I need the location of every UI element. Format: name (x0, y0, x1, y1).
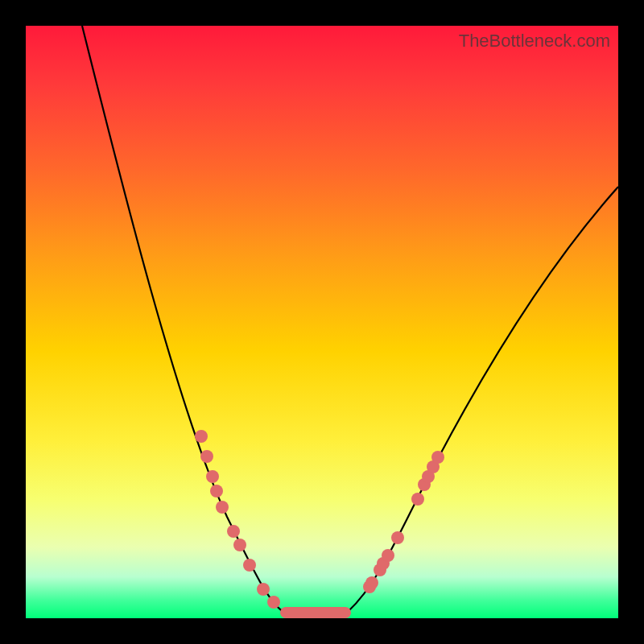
data-point (227, 525, 240, 538)
data-point (267, 596, 280, 609)
curve-right (348, 187, 618, 612)
data-point (210, 485, 223, 497)
dots-left (195, 430, 280, 609)
data-point (431, 451, 444, 464)
data-point (200, 450, 213, 463)
data-point (216, 501, 229, 514)
data-point (195, 430, 208, 443)
data-point (391, 531, 404, 544)
data-point (382, 549, 394, 562)
chart-plot-area: TheBottleneck.com (26, 26, 618, 618)
dots-right (363, 451, 444, 593)
curve-left (82, 26, 283, 612)
chart-svg (26, 26, 618, 618)
bottom-bar (280, 607, 351, 618)
data-point (411, 493, 424, 506)
data-point (243, 559, 256, 572)
data-point (257, 583, 270, 596)
data-point (365, 576, 378, 589)
data-point (206, 470, 219, 483)
data-point (233, 539, 246, 551)
chart-frame: TheBottleneck.com (0, 0, 644, 644)
